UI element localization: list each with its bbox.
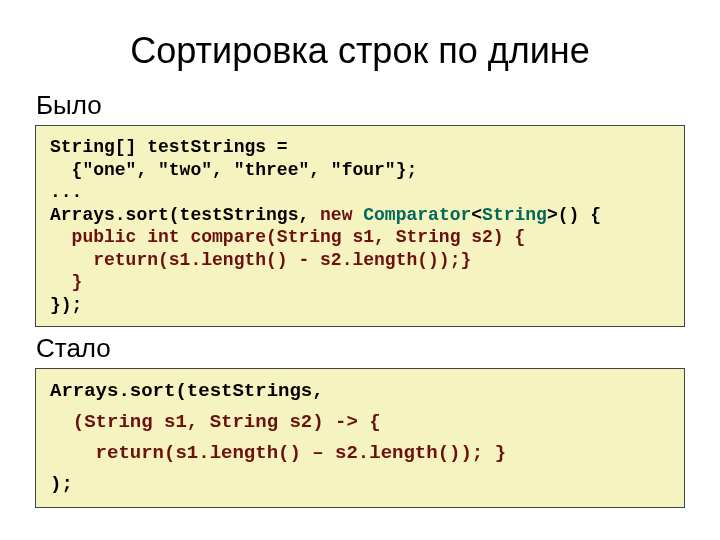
code-before: String[] testStrings = {"one", "two", "t… [50,136,670,316]
code-after-box: Arrays.sort(testStrings, (String s1, Str… [35,368,685,508]
keyword-new: new [320,205,363,225]
type-comparator: Comparator [363,205,471,225]
code-line: } [50,272,82,292]
code-line: (String s1, String s2) -> { [50,412,670,433]
code-line: }); [50,295,82,315]
code-line: String[] testStrings = [50,137,288,157]
code-line: Arrays.sort(testStrings, [50,205,320,225]
code-line: ); [50,474,670,495]
code-tail: () { [558,205,601,225]
type-string: String [482,205,547,225]
before-label: Было [36,90,690,121]
code-line: ... [50,182,82,202]
code-line: {"one", "two", "three", "four"}; [50,160,417,180]
slide: Сортировка строк по длине Было String[] … [0,0,720,540]
code-line: public int compare(String s1, String s2)… [50,227,525,247]
slide-title: Сортировка строк по длине [30,30,690,72]
angle-open: < [471,205,482,225]
code-before-box: String[] testStrings = {"one", "two", "t… [35,125,685,327]
after-label: Стало [36,333,690,364]
angle-close: > [547,205,558,225]
code-line: return(s1.length() - s2.length());} [50,250,471,270]
code-line: Arrays.sort(testStrings, [50,381,670,402]
code-line: return(s1.length() – s2.length()); } [50,443,670,464]
